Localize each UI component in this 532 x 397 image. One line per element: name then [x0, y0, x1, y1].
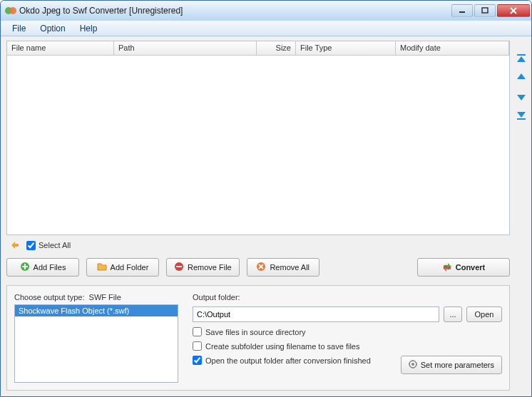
col-filetype[interactable]: File Type [296, 41, 396, 55]
app-icon [5, 5, 16, 16]
convert-button[interactable]: Convert [417, 258, 510, 277]
convert-icon [442, 262, 452, 273]
table-header: File name Path Size File Type Modify dat… [7, 41, 509, 56]
output-type-value: SWF File [89, 293, 121, 301]
open-folder-button[interactable]: Open [466, 306, 502, 322]
open-after-checkbox[interactable]: Open the output folder after conversion … [193, 356, 371, 365]
menu-help[interactable]: Help [74, 22, 103, 35]
client-area: File name Path Size File Type Modify dat… [1, 36, 531, 396]
output-folder-row: ... Open [193, 306, 502, 322]
select-all-checkbox[interactable]: Select All [26, 241, 71, 250]
table-body[interactable] [7, 56, 509, 234]
gear-icon [409, 360, 417, 370]
menu-option[interactable]: Option [34, 22, 71, 35]
select-all-row: Select All [6, 238, 510, 254]
svg-rect-6 [517, 54, 526, 56]
folder-icon [97, 262, 107, 273]
output-folder-input[interactable] [193, 306, 439, 322]
add-folder-label: Add Folder [111, 263, 149, 272]
remove-all-button[interactable]: Remove All [247, 258, 319, 277]
remove-file-label: Remove File [188, 263, 232, 272]
output-folder-section: Output folder: ... Open Save files in so… [193, 293, 502, 383]
convert-label: Convert [456, 263, 486, 272]
minimize-button[interactable] [451, 4, 473, 17]
move-top-icon[interactable] [516, 53, 527, 65]
select-all-label: Select All [39, 241, 71, 249]
col-size[interactable]: Size [257, 41, 296, 55]
menu-file[interactable]: File [6, 22, 31, 35]
output-type-label-text: Choose output type: [14, 293, 84, 301]
create-subfolder-checkbox[interactable]: Create subfolder using filename to save … [193, 341, 502, 351]
save-source-label: Save files in source directory [205, 328, 306, 336]
open-after-input[interactable] [193, 356, 202, 365]
minus-icon [174, 262, 184, 273]
remove-file-button[interactable]: Remove File [166, 258, 240, 277]
remove-all-icon [256, 262, 266, 273]
add-files-button[interactable]: Add Files [6, 258, 79, 277]
titlebar[interactable]: Okdo Jpeg to Swf Converter [Unregistered… [1, 1, 531, 21]
save-source-input[interactable] [193, 327, 202, 336]
browse-button[interactable]: ... [444, 306, 462, 322]
move-up-icon[interactable] [516, 72, 527, 83]
output-type-item-swf[interactable]: Shockwave Flash Object (*.swf) [15, 305, 178, 316]
create-subfolder-label: Create subfolder using filename to save … [205, 342, 359, 351]
output-panel: Choose output type: SWF File Shockwave F… [6, 285, 510, 391]
output-type-section: Choose output type: SWF File Shockwave F… [14, 293, 178, 383]
add-folder-button[interactable]: Add Folder [86, 258, 159, 277]
svg-rect-7 [517, 118, 526, 120]
more-params-label: Set more parameters [421, 361, 494, 369]
maximize-button[interactable] [474, 4, 496, 17]
svg-rect-3 [482, 8, 488, 13]
output-type-label: Choose output type: SWF File [14, 293, 178, 301]
col-modify-date[interactable]: Modify date [396, 41, 509, 55]
svg-point-17 [411, 363, 414, 366]
remove-all-label: Remove All [270, 263, 310, 272]
move-down-icon[interactable] [516, 91, 527, 102]
window-title: Okdo Jpeg to Swf Converter [Unregistered… [19, 6, 451, 16]
create-subfolder-input[interactable] [193, 341, 202, 351]
output-folder-label: Output folder: [193, 293, 502, 301]
col-filename[interactable]: File name [7, 41, 114, 55]
close-button[interactable] [497, 4, 530, 17]
open-after-label: Open the output folder after conversion … [205, 356, 371, 365]
output-type-list[interactable]: Shockwave Flash Object (*.swf) [14, 304, 178, 383]
save-source-checkbox[interactable]: Save files in source directory [193, 327, 502, 336]
menubar: File Option Help [1, 21, 531, 36]
up-folder-icon[interactable] [9, 239, 21, 251]
plus-icon [20, 262, 30, 273]
window-controls [451, 4, 530, 17]
set-more-parameters-button[interactable]: Set more parameters [401, 356, 502, 374]
svg-point-1 [9, 7, 16, 14]
add-files-label: Add Files [34, 263, 66, 272]
move-bottom-icon[interactable] [516, 109, 527, 120]
app-window: Okdo Jpeg to Swf Converter [Unregistered… [0, 0, 532, 397]
file-table: File name Path Size File Type Modify dat… [6, 41, 510, 235]
reorder-toolbar [516, 53, 527, 120]
select-all-input[interactable] [26, 241, 36, 250]
col-path[interactable]: Path [114, 41, 257, 55]
action-toolbar: Add Files Add Folder Remove File Remove … [6, 257, 510, 282]
